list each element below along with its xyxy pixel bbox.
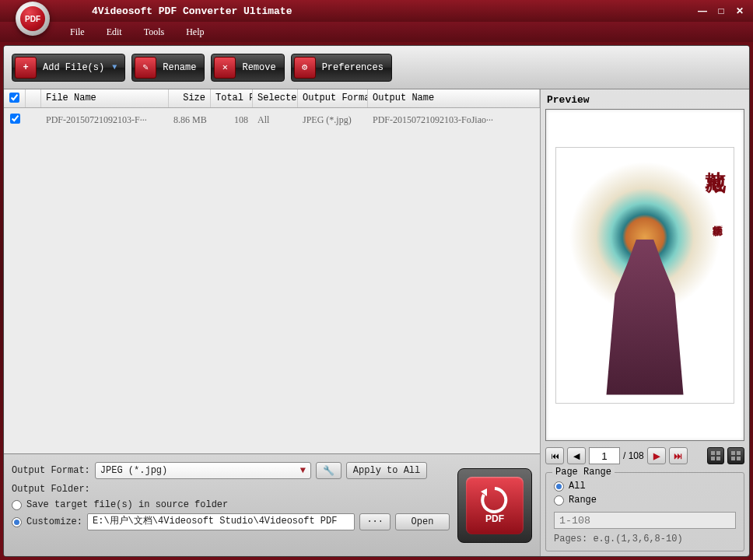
- grid-view-button[interactable]: [727, 447, 744, 464]
- browse-button[interactable]: ···: [359, 513, 391, 530]
- preview-title: Preview: [545, 91, 744, 109]
- x-icon: ✕: [214, 57, 236, 79]
- output-folder-label: Output Folder:: [12, 484, 90, 495]
- menu-edit[interactable]: Edit: [107, 26, 122, 38]
- output-format-dropdown[interactable]: JPEG (*.jpg) ▼: [95, 462, 311, 479]
- format-settings-button[interactable]: 🔧: [316, 462, 341, 479]
- menu-file[interactable]: File: [70, 26, 85, 38]
- preview-pane: Preview 地藏 菩萨本愿功德经 ⏮ ◀ / 108 ▶ ⏭: [541, 89, 749, 556]
- page-total: / 108: [623, 450, 644, 461]
- select-all-checkbox[interactable]: [9, 93, 19, 103]
- menu-tools[interactable]: Tools: [144, 26, 165, 38]
- range-custom-label: Range: [569, 495, 597, 506]
- add-files-label: Add File(s): [43, 62, 104, 73]
- cell-filename: PDF-20150721092103-F···: [41, 111, 169, 129]
- grid-body: PDF-20150721092103-F··· 8.86 MB 108 All …: [4, 108, 540, 453]
- titlebar: PDF 4Videosoft PDF Converter Ultimate — …: [0, 0, 753, 22]
- maximize-button[interactable]: □: [714, 5, 728, 17]
- cell-outname: PDF-20150721092103-FoJiao···: [368, 111, 540, 129]
- cell-format: JPEG (*.jpg): [298, 111, 368, 129]
- window-title: 4Videosoft PDF Converter Ultimate: [92, 5, 292, 17]
- preview-viewport: 地藏 菩萨本愿功德经: [545, 109, 744, 441]
- col-outname[interactable]: Output Name: [368, 89, 540, 107]
- cell-selected: All: [253, 111, 298, 129]
- range-all-label: All: [569, 481, 586, 492]
- thumbnail-view-button[interactable]: [707, 447, 724, 464]
- cell-size: 8.86 MB: [169, 111, 211, 129]
- save-source-radio[interactable]: Save target file(s) in source folder: [12, 499, 450, 510]
- first-page-button[interactable]: ⏮: [545, 447, 564, 464]
- prev-page-button[interactable]: ◀: [567, 447, 586, 464]
- open-folder-button[interactable]: Open: [395, 513, 450, 530]
- close-button[interactable]: ✕: [733, 5, 747, 17]
- page-number-input[interactable]: [589, 447, 620, 464]
- preview-image: 地藏 菩萨本愿功德经: [555, 147, 734, 404]
- add-files-button[interactable]: + Add File(s) ▼: [12, 54, 125, 82]
- pencil-icon: ✎: [135, 57, 156, 79]
- remove-button[interactable]: ✕ Remove: [211, 54, 284, 82]
- rename-label: Rename: [163, 62, 196, 73]
- next-page-button[interactable]: ▶: [647, 447, 666, 464]
- preferences-label: Preferences: [322, 62, 384, 73]
- wrench-icon: 🔧: [323, 465, 334, 477]
- page-range-fieldset: Page Range All Range Pages: e.g.(1,3,6,8…: [545, 472, 744, 551]
- table-row[interactable]: PDF-20150721092103-F··· 8.86 MB 108 All …: [4, 108, 540, 131]
- preferences-button[interactable]: ⚙ Preferences: [291, 54, 392, 82]
- col-format[interactable]: Output Format: [298, 89, 368, 107]
- remove-label: Remove: [242, 62, 275, 73]
- chevron-down-icon: ▼: [300, 465, 306, 476]
- cell-total: 108: [211, 111, 253, 129]
- convert-label: PDF: [485, 513, 504, 524]
- app-logo: PDF: [16, 2, 50, 36]
- customize-label: Customize:: [26, 516, 82, 527]
- pdf-logo-icon: PDF: [20, 6, 45, 31]
- toolbar: + Add File(s) ▼ ✎ Rename ✕ Remove ⚙ Pref…: [4, 46, 749, 89]
- file-list-pane: File Name Size Total Pa Selected Output …: [4, 89, 541, 556]
- apply-all-button[interactable]: Apply to All: [346, 462, 427, 479]
- output-path-input[interactable]: E:\用户\文档\4Videosoft Studio\4Videosoft PD…: [87, 513, 355, 530]
- customize-radio[interactable]: Customize:: [12, 516, 82, 527]
- convert-icon: PDF: [466, 477, 524, 534]
- row-checkbox[interactable]: [10, 114, 20, 124]
- save-source-label: Save target file(s) in source folder: [26, 499, 228, 510]
- range-all-radio[interactable]: All: [554, 481, 736, 492]
- range-custom-radio[interactable]: Range: [554, 495, 736, 506]
- range-input[interactable]: [554, 512, 736, 529]
- output-format-label: Output Format:: [12, 465, 90, 476]
- preview-figure: [602, 240, 688, 395]
- gear-icon: ⚙: [294, 57, 316, 79]
- dropdown-arrow-icon[interactable]: ▼: [112, 63, 117, 72]
- rename-button[interactable]: ✎ Rename: [131, 54, 205, 82]
- col-filename[interactable]: File Name: [41, 89, 169, 107]
- col-selected[interactable]: Selected: [253, 89, 298, 107]
- menu-help[interactable]: Help: [186, 26, 204, 38]
- app-window: PDF 4Videosoft PDF Converter Ultimate — …: [0, 0, 753, 560]
- minimize-button[interactable]: —: [695, 5, 709, 17]
- convert-button[interactable]: PDF: [457, 468, 532, 543]
- output-panel: Output Format: JPEG (*.jpg) ▼ 🔧 Apply to…: [4, 453, 540, 556]
- range-hint: Pages: e.g.(1,3,6,8-10): [554, 534, 736, 544]
- grid-header: File Name Size Total Pa Selected Output …: [4, 89, 540, 108]
- page-nav: ⏮ ◀ / 108 ▶ ⏭: [545, 446, 744, 466]
- col-size[interactable]: Size: [169, 89, 211, 107]
- last-page-button[interactable]: ⏭: [669, 447, 688, 464]
- page-range-legend: Page Range: [552, 467, 615, 478]
- col-total[interactable]: Total Pa: [211, 89, 253, 107]
- plus-icon: +: [15, 57, 37, 79]
- content-area: + Add File(s) ▼ ✎ Rename ✕ Remove ⚙ Pref…: [3, 45, 750, 557]
- menubar: File Edit Tools Help: [0, 22, 753, 42]
- output-format-value: JPEG (*.jpg): [100, 465, 167, 476]
